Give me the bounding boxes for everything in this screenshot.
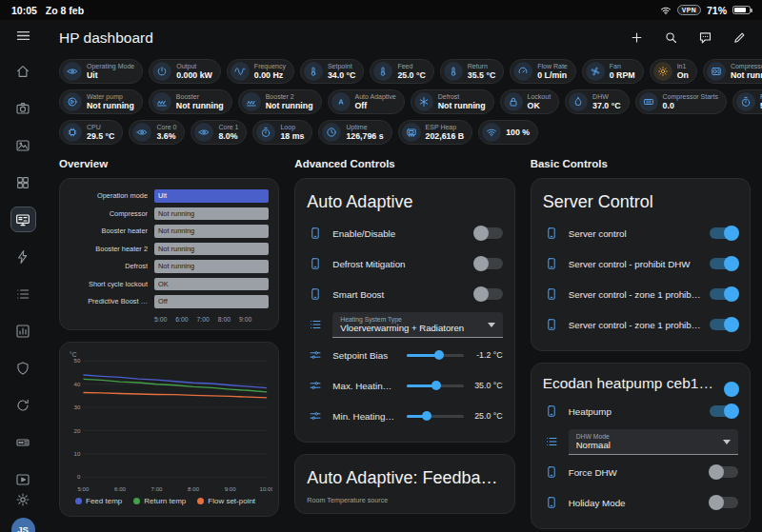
sidebar-item-image[interactable]	[10, 132, 36, 158]
smart-boost-toggle[interactable]	[474, 288, 503, 300]
chip-operating-mode[interactable]: Operating ModeUit	[59, 59, 143, 84]
chip-runtime[interactable]: Runtime52 h	[732, 89, 762, 114]
svg-text:0: 0	[77, 473, 81, 480]
svg-text:10:00: 10:00	[259, 484, 272, 491]
lock-icon	[504, 92, 523, 111]
add-button[interactable]	[630, 30, 644, 45]
chip-row-3: CPU29.5 °CCore 03.6%Core 18.0%Loop18 msU…	[59, 120, 752, 145]
timeline-bar: OK	[154, 278, 269, 291]
chip-label: Defrost	[438, 93, 486, 101]
settings-gear-icon[interactable]	[15, 492, 30, 507]
chip-feed[interactable]: Feed25.0 °C	[370, 59, 433, 84]
menu-icon[interactable]	[15, 28, 31, 44]
chip-setpoint[interactable]: Setpoint34.0 °C	[300, 59, 364, 84]
sidebar-item-energy[interactable]	[10, 244, 36, 269]
chip-defrost[interactable]: DefrostNot running	[411, 89, 494, 114]
control-label: Server control - zone 1 prohib…	[569, 320, 701, 330]
control-row-server-control: Server control	[543, 220, 738, 246]
svg-text:7:00: 7:00	[151, 484, 164, 491]
chip-auto-adaptive[interactable]: Auto AdaptiveOff	[328, 89, 405, 114]
tablet-icon	[307, 257, 324, 270]
holiday-mode-toggle[interactable]	[710, 497, 738, 508]
svg-text:20: 20	[74, 426, 81, 433]
chip-value: On	[677, 70, 689, 80]
legend-item-flow-set-point: Flow set-point	[197, 497, 255, 505]
chip-cpu[interactable]: CPU29.5 °C	[59, 120, 123, 145]
slider-thumb[interactable]	[431, 381, 441, 390]
chip-fan[interactable]: Fan0 RPM	[582, 59, 644, 84]
tablet-icon	[543, 496, 560, 509]
max-heatin-slider[interactable]	[407, 380, 464, 391]
edit-button[interactable]	[732, 30, 747, 45]
chip-booster-2[interactable]: Booster 2Not running	[238, 89, 322, 114]
tune-icon	[307, 409, 324, 423]
sine-icon	[231, 62, 250, 81]
chip-label: Booster	[176, 93, 224, 101]
chip-frequency[interactable]: Frequency0.00 Hz	[227, 59, 294, 84]
force-dhw-toggle[interactable]	[710, 466, 738, 478]
defrost-mitigation-toggle[interactable]	[474, 258, 503, 269]
chevron-down-icon	[488, 323, 495, 327]
chip-dhw[interactable]: DHW37.0 °C	[565, 89, 629, 114]
user-avatar[interactable]: JS	[11, 518, 35, 532]
tune-icon	[307, 379, 324, 392]
sidebar-item-list[interactable]	[10, 281, 36, 306]
assist-button[interactable]	[698, 30, 712, 45]
chip-compressor[interactable]: CompressorNot running	[703, 59, 762, 84]
timeline-row-compressor: CompressorNot running	[70, 207, 269, 221]
sidebar-item-update[interactable]	[10, 392, 36, 418]
chip-uptime[interactable]: Uptime126,796 s	[318, 120, 391, 145]
slider-thumb[interactable]	[434, 350, 444, 360]
min-heating-slider[interactable]	[407, 410, 464, 422]
server-control-prohibit-dhw-toggle[interactable]	[710, 258, 738, 269]
chip-label: Loop	[280, 124, 304, 131]
chip-label: ESP Heap	[426, 124, 465, 131]
chip-text: In1On	[677, 63, 689, 80]
server-control-zone-1-prohib-toggle[interactable]	[710, 319, 738, 330]
chip-output[interactable]: Output0.000 kW	[149, 59, 221, 84]
setpoint-bias-slider[interactable]	[407, 349, 464, 361]
chip-text: Flow Rate0 L/min	[537, 63, 568, 80]
control-row-smart-boost: Smart Boost	[307, 281, 502, 307]
chip-loop[interactable]: Loop18 ms	[252, 120, 312, 145]
chip-flow-rate[interactable]: Flow Rate0 L/min	[510, 59, 576, 84]
chip-compressor-starts[interactable]: Compressor Starts0.0	[635, 89, 727, 114]
ecodan-title: Ecodan heatpump ceb1…	[543, 375, 731, 392]
dhw-mode-select[interactable]: DHW ModeNormaal	[569, 429, 738, 455]
chip-value: Not running	[731, 70, 762, 80]
chip-lockout[interactable]: LockoutOK	[500, 89, 560, 114]
server-control-toggle[interactable]	[710, 227, 738, 239]
heating-system-type-select[interactable]: Heating System TypeVloerverwarming + Rad…	[332, 312, 502, 338]
enable-disable-toggle[interactable]	[474, 227, 503, 239]
chip-text: Setpoint34.0 °C	[328, 63, 355, 80]
chip-booster[interactable]: BoosterNot running	[149, 89, 232, 114]
chip-core-0[interactable]: Core 03.6%	[129, 120, 185, 145]
battery-percent: 71%	[707, 5, 727, 16]
chip-water-pump[interactable]: Water pumpNot running	[59, 89, 143, 114]
server-control-card: Server Control Server controlServer cont…	[531, 178, 751, 351]
timeline-label: Defrost	[70, 262, 148, 270]
sidebar-item-nas[interactable]	[10, 429, 36, 455]
sidebar-item-media[interactable]	[10, 466, 36, 492]
timeline-axis: 5:006:007:008:009:00	[154, 313, 251, 323]
search-button[interactable]	[664, 30, 678, 45]
sidebar-item-dashboard-grid[interactable]	[10, 169, 36, 195]
chip-label: Return	[468, 63, 495, 70]
chip-wifi[interactable]: 100 %	[478, 120, 538, 145]
chip-core-1[interactable]: Core 18.0%	[190, 120, 247, 145]
sidebar-item-home[interactable]	[10, 58, 36, 84]
chip-text: Fan0 RPM	[610, 63, 635, 80]
sidebar-item-camera[interactable]	[10, 95, 36, 121]
sidebar-item-shield[interactable]	[10, 355, 36, 381]
chip-esp-heap[interactable]: ESP Heap202,616 B	[398, 120, 473, 145]
chip-return[interactable]: Return35.5 °C	[440, 59, 504, 84]
server-control-zone-1-prohib-toggle[interactable]	[710, 288, 738, 300]
control-label: Setpoint Bias	[332, 350, 397, 361]
chip-in1[interactable]: In1On	[650, 59, 697, 84]
chip-text: CPU29.5 °C	[87, 124, 114, 141]
snowflake-icon	[414, 92, 433, 111]
sidebar-item-monitor-dashboard[interactable]	[10, 207, 36, 232]
sidebar-item-chart[interactable]	[10, 318, 36, 344]
heatpump-toggle[interactable]	[710, 405, 738, 417]
slider-thumb[interactable]	[422, 411, 431, 421]
